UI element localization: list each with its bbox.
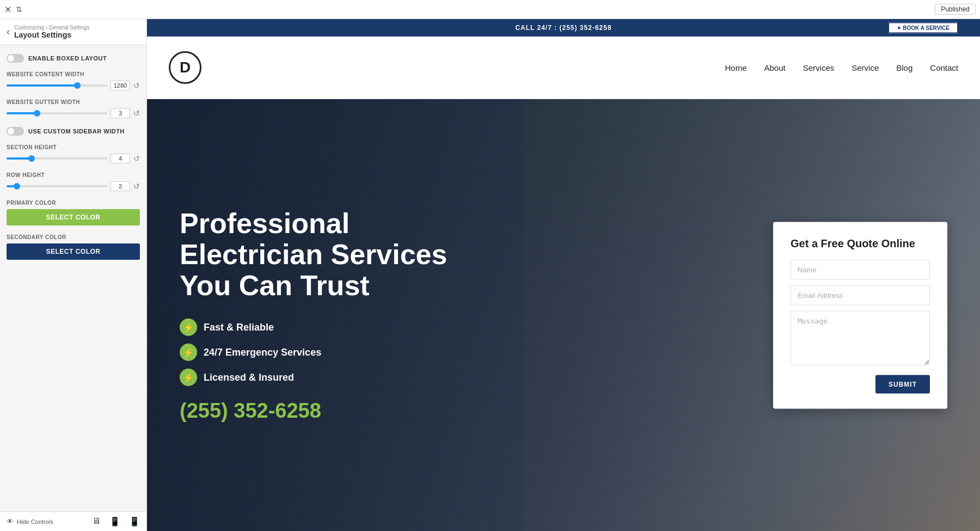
hero-title: Professional Electrician Services You Ca… bbox=[180, 207, 495, 301]
site-nav: Home About Services Service Blog Contact bbox=[725, 63, 958, 72]
feature-2: ⚡ 24/7 Emergency Services bbox=[180, 344, 495, 361]
sort-icon[interactable]: ⇅ bbox=[16, 5, 22, 14]
hero-phone: (255) 352-6258 bbox=[180, 399, 495, 423]
section-height-setting: Section Height 4 ↺ bbox=[7, 144, 140, 163]
back-arrow-icon[interactable]: ‹ bbox=[7, 26, 10, 38]
section-height-slider-row: 4 ↺ bbox=[7, 154, 140, 163]
website-gutter-width-fill bbox=[7, 112, 37, 114]
footer-icons: 🖥 📱 📱 bbox=[92, 516, 140, 527]
submit-button[interactable]: SUBMIT bbox=[875, 375, 930, 393]
row-height-reset[interactable]: ↺ bbox=[133, 182, 140, 191]
desktop-icon[interactable]: 🖥 bbox=[92, 516, 101, 527]
website-gutter-width-track[interactable] bbox=[7, 112, 107, 114]
nav-about[interactable]: About bbox=[764, 63, 786, 72]
sidebar-content: Enable Boxed Layout Website Content Widt… bbox=[0, 45, 146, 511]
website-gutter-width-value[interactable]: 3 bbox=[111, 108, 130, 118]
published-badge: Published bbox=[935, 4, 976, 15]
secondary-color-label: Secondary Color bbox=[7, 234, 140, 240]
website-content-width-setting: Website Content Width 1280 ↺ bbox=[7, 71, 140, 90]
website-content-width-thumb[interactable] bbox=[74, 82, 81, 89]
feature-1: ⚡ Fast & Reliable bbox=[180, 319, 495, 336]
feature-3-text: Licensed & Insured bbox=[204, 371, 294, 383]
sidebar-breadcrumb: Customizing › General Settings bbox=[14, 25, 89, 30]
enable-boxed-layout-toggle[interactable] bbox=[7, 54, 24, 63]
row-height-track[interactable] bbox=[7, 185, 107, 187]
website-gutter-width-setting: Website Gutter Width 3 ↺ bbox=[7, 99, 140, 118]
use-custom-sidebar-label: Use Custom Sidebar Width bbox=[28, 128, 125, 135]
section-height-track[interactable] bbox=[7, 157, 107, 160]
feature-2-icon: ⚡ bbox=[180, 344, 197, 361]
row-height-slider-row: 2 ↺ bbox=[7, 181, 140, 191]
main-area: ‹ Customizing › General Settings Layout … bbox=[0, 19, 980, 531]
nav-services[interactable]: Services bbox=[803, 63, 835, 72]
call-bar-text: CALL 24/7 : (255) 352-6258 bbox=[515, 24, 611, 32]
website-gutter-width-label: Website Gutter Width bbox=[7, 99, 140, 105]
hero-content: Professional Electrician Services You Ca… bbox=[180, 207, 495, 423]
site-header: D Home About Services Service Blog Conta… bbox=[147, 36, 980, 99]
sidebar-header-text: Customizing › General Settings Layout Se… bbox=[14, 25, 89, 39]
quote-form-title: Get a Free Quote Online bbox=[791, 237, 930, 249]
website-content-width-label: Website Content Width bbox=[7, 71, 140, 77]
nav-home[interactable]: Home bbox=[725, 63, 746, 72]
hide-controls-button[interactable]: 👁 Hide Controls bbox=[7, 517, 85, 526]
website-gutter-width-thumb[interactable] bbox=[34, 110, 40, 117]
section-height-value[interactable]: 4 bbox=[111, 154, 130, 163]
mobile-icon[interactable]: 📱 bbox=[129, 516, 140, 527]
row-height-thumb[interactable] bbox=[14, 183, 20, 190]
row-height-setting: Row Height 2 ↺ bbox=[7, 172, 140, 191]
call-bar: CALL 24/7 : (255) 352-6258 ✦ BOOK A SERV… bbox=[147, 19, 980, 36]
use-custom-sidebar-row: Use Custom Sidebar Width bbox=[7, 127, 140, 136]
website-content-width-track[interactable] bbox=[7, 84, 107, 87]
section-height-label: Section Height bbox=[7, 144, 140, 150]
site-logo: D bbox=[169, 51, 201, 84]
tablet-icon[interactable]: 📱 bbox=[109, 516, 120, 527]
feature-3: ⚡ Licensed & Insured bbox=[180, 369, 495, 386]
website-content-width-slider-row: 1280 ↺ bbox=[7, 81, 140, 90]
website-gutter-width-reset[interactable]: ↺ bbox=[133, 109, 140, 118]
primary-color-setting: Primary Color Select Color bbox=[7, 200, 140, 225]
use-custom-sidebar-toggle[interactable] bbox=[7, 127, 24, 136]
enable-boxed-layout-row: Enable Boxed Layout bbox=[7, 54, 140, 63]
submit-row: SUBMIT bbox=[791, 375, 930, 393]
section-height-reset[interactable]: ↺ bbox=[133, 154, 140, 163]
top-bar: ✕ ⇅ Published bbox=[0, 0, 980, 19]
secondary-color-setting: Secondary Color Select Color bbox=[7, 234, 140, 260]
feature-1-text: Fast & Reliable bbox=[204, 321, 274, 333]
enable-boxed-layout-label: Enable Boxed Layout bbox=[28, 55, 107, 62]
eye-icon: 👁 bbox=[7, 517, 14, 526]
message-input[interactable] bbox=[791, 310, 930, 365]
nav-contact[interactable]: Contact bbox=[930, 63, 958, 72]
sidebar-title: Layout Settings bbox=[14, 30, 89, 39]
website-gutter-width-slider-row: 3 ↺ bbox=[7, 108, 140, 118]
website-content-width-reset[interactable]: ↺ bbox=[133, 81, 140, 90]
secondary-color-button[interactable]: Select Color bbox=[7, 243, 140, 260]
section-height-thumb[interactable] bbox=[28, 155, 35, 162]
book-service-button[interactable]: ✦ BOOK A SERVICE bbox=[888, 22, 958, 34]
primary-color-label: Primary Color bbox=[7, 200, 140, 206]
email-input[interactable] bbox=[791, 285, 930, 305]
row-height-value[interactable]: 2 bbox=[111, 181, 130, 191]
feature-3-icon: ⚡ bbox=[180, 369, 197, 386]
name-input[interactable] bbox=[791, 259, 930, 279]
preview: CALL 24/7 : (255) 352-6258 ✦ BOOK A SERV… bbox=[147, 19, 980, 531]
quote-form: Get a Free Quote Online SUBMIT bbox=[773, 222, 947, 408]
feature-1-icon: ⚡ bbox=[180, 319, 197, 336]
nav-service[interactable]: Service bbox=[852, 63, 879, 72]
sidebar-footer: 👁 Hide Controls 🖥 📱 📱 bbox=[0, 511, 146, 531]
hero-section: Professional Electrician Services You Ca… bbox=[147, 99, 980, 531]
nav-blog[interactable]: Blog bbox=[896, 63, 912, 72]
feature-2-text: 24/7 Emergency Services bbox=[204, 346, 321, 358]
website-content-width-fill bbox=[7, 84, 77, 87]
sidebar-header: ‹ Customizing › General Settings Layout … bbox=[0, 19, 146, 45]
hide-controls-label: Hide Controls bbox=[17, 518, 53, 525]
sidebar: ‹ Customizing › General Settings Layout … bbox=[0, 19, 147, 531]
website-content-width-value[interactable]: 1280 bbox=[111, 81, 130, 90]
close-icon[interactable]: ✕ bbox=[4, 4, 11, 15]
row-height-label: Row Height bbox=[7, 172, 140, 178]
primary-color-button[interactable]: Select Color bbox=[7, 209, 140, 225]
